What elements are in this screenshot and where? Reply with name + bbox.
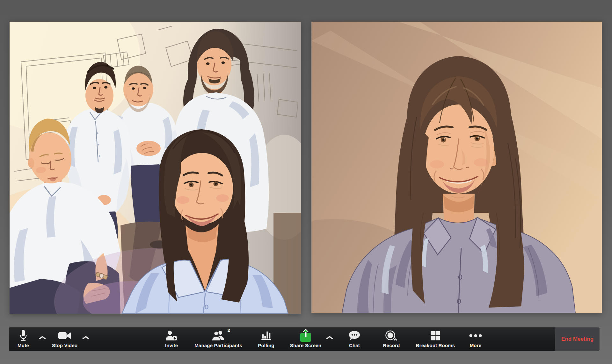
more-label: More bbox=[470, 343, 482, 348]
record-options-caret-icon bbox=[394, 339, 397, 340]
toolbar-main: Mute Stop Video bbox=[9, 327, 555, 351]
active-speaker-video-tile[interactable] bbox=[311, 22, 602, 313]
breakout-rooms-label: Breakout Rooms bbox=[416, 343, 455, 348]
record-ring-icon bbox=[385, 329, 398, 342]
microphone-icon bbox=[19, 329, 27, 342]
ellipsis-icon bbox=[469, 329, 482, 342]
polling-button[interactable]: Polling bbox=[258, 329, 274, 348]
video-options-caret[interactable] bbox=[82, 335, 90, 341]
invite-person-icon bbox=[165, 329, 178, 342]
breakout-rooms-button[interactable]: Breakout Rooms bbox=[416, 329, 455, 348]
end-meeting-button[interactable]: End Meeting bbox=[555, 327, 600, 351]
meeting-control-bar: Mute Stop Video bbox=[9, 327, 600, 351]
stop-video-label: Stop Video bbox=[52, 343, 77, 348]
share-screen-label: Share Screen bbox=[290, 343, 321, 348]
invite-button[interactable]: Invite bbox=[165, 329, 178, 348]
mute-button[interactable]: Mute bbox=[18, 329, 29, 348]
chat-bubble-icon bbox=[349, 329, 360, 342]
mute-options-caret[interactable] bbox=[38, 335, 47, 341]
manage-participants-label: Manage Participants bbox=[194, 343, 242, 348]
share-screen-icon bbox=[299, 329, 312, 342]
invite-label: Invite bbox=[165, 343, 178, 348]
bar-chart-icon bbox=[260, 329, 272, 342]
record-button[interactable]: Record bbox=[383, 329, 400, 348]
participants-icon: 2 bbox=[211, 329, 225, 342]
group-video-tile[interactable] bbox=[10, 22, 301, 314]
chat-label: Chat bbox=[349, 343, 360, 348]
more-button[interactable]: More bbox=[469, 329, 482, 348]
participants-count-badge: 2 bbox=[228, 327, 230, 333]
stop-video-button[interactable]: Stop Video bbox=[52, 329, 77, 348]
share-screen-button[interactable]: Share Screen bbox=[290, 329, 321, 348]
speaker-illustration bbox=[311, 22, 602, 313]
manage-participants-button[interactable]: 2 Manage Participants bbox=[194, 329, 242, 348]
zoom-meeting-window: Mute Stop Video bbox=[0, 0, 612, 364]
mute-label: Mute bbox=[18, 343, 29, 348]
chat-button[interactable]: Chat bbox=[349, 329, 360, 348]
polling-label: Polling bbox=[258, 343, 274, 348]
grid-icon bbox=[430, 329, 441, 342]
record-label: Record bbox=[383, 343, 400, 348]
share-options-caret[interactable] bbox=[325, 335, 334, 341]
video-camera-icon bbox=[58, 329, 71, 342]
group-illustration bbox=[10, 22, 301, 314]
